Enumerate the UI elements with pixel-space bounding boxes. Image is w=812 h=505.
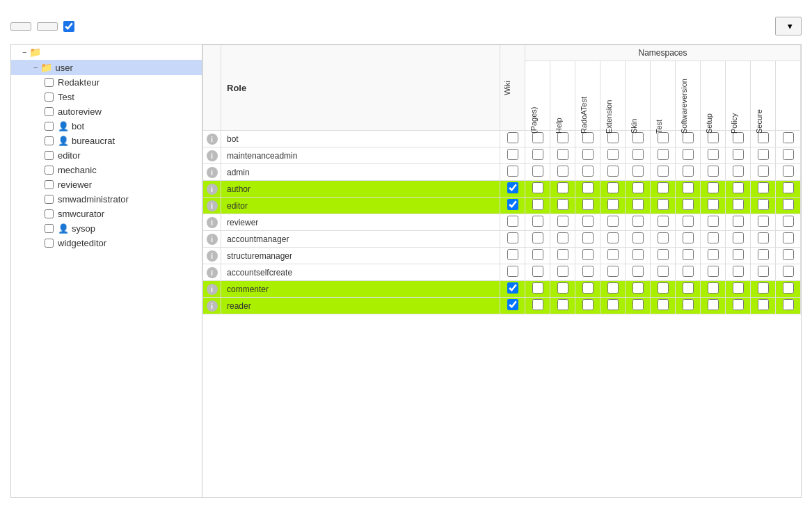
wiki-checkbox[interactable] xyxy=(507,299,518,310)
sidebar-checkbox[interactable] xyxy=(45,122,54,131)
ns-checkbox[interactable] xyxy=(632,216,644,227)
ns-checkbox[interactable] xyxy=(658,282,669,294)
info-button[interactable]: i xyxy=(207,250,218,262)
ns-checkbox[interactable] xyxy=(733,216,744,227)
wiki-checkbox[interactable] xyxy=(507,199,518,210)
wiki-checkbox[interactable] xyxy=(507,216,518,227)
ns-checkbox[interactable] xyxy=(758,249,769,260)
ns-checkbox[interactable] xyxy=(607,232,619,243)
ns-checkbox[interactable] xyxy=(783,199,794,210)
ns-checkbox[interactable] xyxy=(708,166,719,177)
sidebar-item-user[interactable]: − 📁 user xyxy=(11,60,202,75)
sidebar-checkbox[interactable] xyxy=(45,151,54,160)
ns-checkbox[interactable] xyxy=(607,299,619,310)
ns-checkbox[interactable] xyxy=(758,232,769,243)
sidebar-checkbox[interactable] xyxy=(45,195,54,204)
ns-checkbox[interactable] xyxy=(582,266,594,277)
ns-checkbox[interactable] xyxy=(632,166,644,177)
sidebar-item-smwadministrator[interactable]: smwadministrator xyxy=(11,192,202,207)
ns-checkbox[interactable] xyxy=(582,299,594,310)
ns-checkbox[interactable] xyxy=(758,216,769,227)
ns-checkbox[interactable] xyxy=(557,299,568,310)
ns-checkbox[interactable] xyxy=(733,149,744,160)
ns-checkbox[interactable] xyxy=(683,216,694,227)
info-button[interactable]: i xyxy=(207,234,218,245)
ns-checkbox[interactable] xyxy=(557,216,568,227)
info-button[interactable]: i xyxy=(207,167,218,178)
sidebar-checkbox[interactable] xyxy=(45,209,54,218)
ns-checkbox[interactable] xyxy=(658,182,669,193)
ns-checkbox[interactable] xyxy=(532,299,543,310)
info-button[interactable]: i xyxy=(207,184,218,195)
ns-checkbox[interactable] xyxy=(632,149,644,160)
ns-checkbox[interactable] xyxy=(758,299,769,310)
ns-checkbox[interactable] xyxy=(607,132,619,143)
info-button[interactable]: i xyxy=(207,217,218,228)
ns-checkbox[interactable] xyxy=(582,216,594,227)
ns-checkbox[interactable] xyxy=(658,266,669,277)
ns-checkbox[interactable] xyxy=(683,199,694,210)
sidebar-checkbox[interactable] xyxy=(45,166,54,175)
sidebar-checkbox[interactable] xyxy=(45,136,54,145)
sidebar-checkbox[interactable] xyxy=(45,107,54,116)
ns-checkbox[interactable] xyxy=(532,132,543,143)
ns-checkbox[interactable] xyxy=(532,282,543,294)
ns-checkbox[interactable] xyxy=(632,249,644,260)
sidebar-item-bureaucrat[interactable]: 👤 bureaucrat xyxy=(11,134,202,148)
ns-checkbox[interactable] xyxy=(783,266,794,277)
ns-checkbox[interactable] xyxy=(708,232,719,243)
ns-checkbox[interactable] xyxy=(658,149,669,160)
ns-checkbox[interactable] xyxy=(758,182,769,193)
ns-checkbox[interactable] xyxy=(532,166,543,177)
ns-checkbox[interactable] xyxy=(532,266,543,277)
ns-checkbox[interactable] xyxy=(557,149,568,160)
ns-checkbox[interactable] xyxy=(658,232,669,243)
ns-checkbox[interactable] xyxy=(733,282,744,294)
wiki-checkbox[interactable] xyxy=(507,282,518,294)
ns-checkbox[interactable] xyxy=(532,249,543,260)
ns-checkbox[interactable] xyxy=(658,199,669,210)
sidebar-item-sysop[interactable]: 👤 sysop xyxy=(11,221,202,236)
ns-checkbox[interactable] xyxy=(683,249,694,260)
save-button[interactable] xyxy=(10,22,31,31)
sidebar-item-reviewer[interactable]: reviewer xyxy=(11,177,202,192)
ns-checkbox[interactable] xyxy=(582,232,594,243)
ns-checkbox[interactable] xyxy=(683,182,694,193)
ns-checkbox[interactable] xyxy=(708,182,719,193)
ns-checkbox[interactable] xyxy=(557,266,568,277)
ns-checkbox[interactable] xyxy=(557,166,568,177)
show-system-groups-checkbox[interactable] xyxy=(63,21,74,32)
ns-checkbox[interactable] xyxy=(733,266,744,277)
ns-checkbox[interactable] xyxy=(557,282,568,294)
sidebar-checkbox[interactable] xyxy=(45,93,54,102)
sidebar-item-Redakteur[interactable]: Redakteur xyxy=(11,75,202,90)
tree-root[interactable]: − 📁 xyxy=(11,45,202,60)
ns-checkbox[interactable] xyxy=(632,182,644,193)
sidebar-checkbox[interactable] xyxy=(45,239,54,248)
wiki-checkbox[interactable] xyxy=(507,249,518,260)
ns-checkbox[interactable] xyxy=(607,199,619,210)
ns-checkbox[interactable] xyxy=(708,216,719,227)
ns-checkbox[interactable] xyxy=(683,132,694,143)
ns-checkbox[interactable] xyxy=(683,282,694,294)
sidebar-checkbox[interactable] xyxy=(45,78,54,87)
ns-checkbox[interactable] xyxy=(532,216,543,227)
ns-checkbox[interactable] xyxy=(783,282,794,294)
ns-checkbox[interactable] xyxy=(632,132,644,143)
ns-checkbox[interactable] xyxy=(557,232,568,243)
ns-checkbox[interactable] xyxy=(708,132,719,143)
info-button[interactable]: i xyxy=(207,200,218,211)
info-button[interactable]: i xyxy=(207,134,218,145)
sidebar-item-smwcurator[interactable]: smwcurator xyxy=(11,207,202,221)
sidebar-item-autoreview[interactable]: autoreview xyxy=(11,104,202,119)
ns-checkbox[interactable] xyxy=(607,249,619,260)
ns-checkbox[interactable] xyxy=(708,282,719,294)
ns-checkbox[interactable] xyxy=(658,166,669,177)
ns-checkbox[interactable] xyxy=(733,299,744,310)
ns-checkbox[interactable] xyxy=(708,199,719,210)
ns-checkbox[interactable] xyxy=(783,249,794,260)
ns-checkbox[interactable] xyxy=(532,182,543,193)
sidebar-checkbox[interactable] xyxy=(45,224,54,233)
info-button[interactable]: i xyxy=(207,267,218,278)
ns-checkbox[interactable] xyxy=(532,149,543,160)
